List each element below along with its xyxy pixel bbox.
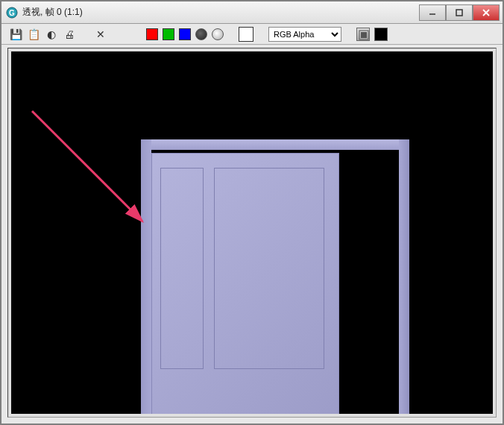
copy-icon[interactable]: 📋: [27, 28, 40, 41]
save-icon[interactable]: 💾: [9, 28, 22, 41]
delete-icon[interactable]: ✕: [94, 28, 107, 41]
svg-rect-3: [456, 10, 462, 16]
render-window: G 透视, 帧 0 (1:1) 💾 📋 ◐ 🖨 ✕: [0, 0, 504, 425]
svg-line-8: [32, 111, 142, 221]
mono-light-button[interactable]: [212, 28, 224, 40]
channel-blue-button[interactable]: [179, 28, 191, 40]
toolbar: 💾 📋 ◐ 🖨 ✕ RGB Alpha: [1, 24, 503, 45]
background-swatch[interactable]: [374, 28, 388, 41]
viewport[interactable]: [11, 51, 493, 414]
channel-red-button[interactable]: [146, 28, 158, 40]
titlebar: G 透视, 帧 0 (1:1): [1, 1, 503, 24]
annotation-arrow: [31, 110, 150, 229]
print-icon[interactable]: 🖨: [63, 28, 76, 41]
mono-dark-button[interactable]: [195, 28, 207, 40]
close-button[interactable]: [473, 4, 500, 21]
door-inset-left: [160, 168, 204, 369]
display-mode-button[interactable]: [356, 28, 370, 41]
svg-text:G: G: [9, 9, 15, 17]
render-area: [7, 48, 497, 418]
contrast-icon[interactable]: ◐: [45, 28, 58, 41]
door-inset-right: [214, 168, 324, 369]
window-controls: [419, 4, 500, 21]
svg-rect-7: [361, 32, 367, 38]
minimize-button[interactable]: [419, 4, 446, 21]
color-swatch[interactable]: [239, 27, 253, 42]
channel-dropdown[interactable]: RGB Alpha: [268, 27, 341, 42]
app-icon: G: [6, 7, 18, 19]
window-title: 透视, 帧 0 (1:1): [22, 6, 83, 19]
maximize-button[interactable]: [446, 4, 473, 21]
channel-green-button[interactable]: [163, 28, 174, 40]
